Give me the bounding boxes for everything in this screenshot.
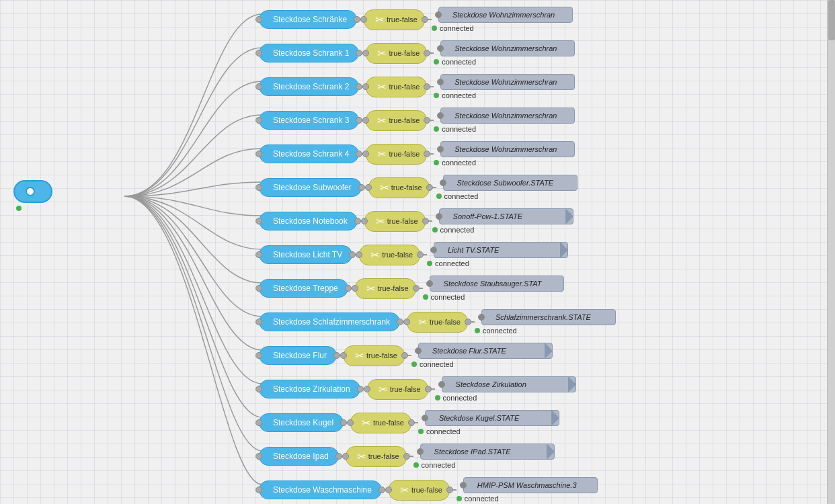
gray-node-1[interactable]: Steckdose Wohnzimmerschran [440, 40, 575, 56]
yellow-port-right-1 [424, 50, 430, 56]
gray-node-6[interactable]: Sonoff-Pow-1.STATE [439, 208, 573, 224]
converter-icon-14: ✂ [396, 484, 409, 497]
converter-icon-2: ✂ [373, 81, 386, 93]
yellow-node-0[interactable]: ✂true-false [364, 9, 425, 30]
yellow-port-left-5 [365, 184, 372, 191]
yellow-port-left-10 [340, 352, 347, 359]
yellow-node-13[interactable]: ✂true-false [346, 446, 407, 467]
blue-node-2[interactable]: Steckdose Schrank 2 [259, 77, 359, 96]
yellow-node-12[interactable]: ✂true-false [350, 413, 411, 433]
output-label-0: Steckdose Wohnzimmerschran [446, 11, 555, 19]
device-label-5: Steckdose Subwoofer [269, 183, 352, 192]
yellow-node-4[interactable]: ✂true-false [366, 144, 427, 165]
gray-node-11[interactable]: Steckdose Zirkulation [442, 376, 576, 392]
yellow-port-left-9 [403, 319, 410, 325]
connected-status-3: connected [434, 125, 575, 133]
yellow-node-7[interactable]: ✂true-false [359, 245, 420, 265]
yellow-port-right-11 [425, 386, 432, 392]
yellow-node-5[interactable]: ✂true-false [368, 177, 430, 198]
blue-node-11[interactable]: Steckdose Zirkulation [259, 380, 360, 398]
port-left-10 [255, 352, 262, 359]
converter-label-13: true-false [368, 452, 399, 460]
device-label-4: Steckdose Schrank 4 [269, 149, 349, 159]
blue-node-6[interactable]: Steckdose Notebook [259, 212, 358, 230]
yellow-node-2[interactable]: ✂true-false [366, 77, 427, 97]
connected-text-2: connected [442, 91, 476, 99]
converter-label-6: true-false [387, 217, 418, 225]
yellow-node-14[interactable]: ✂true-false [389, 480, 450, 501]
row-7: Steckdose Licht TV✂true-falseLicht TV.ST… [259, 242, 568, 267]
gray-node-8[interactable]: Steckdose Staubsauger.STAT [430, 276, 564, 292]
yellow-node-11[interactable]: ✂true-false [367, 379, 428, 400]
gray-node-5[interactable]: Steckdose Subwoofer.STATE [443, 175, 578, 191]
blue-node-4[interactable]: Steckdose Schrank 4 [259, 144, 359, 163]
connected-text-8: connected [431, 293, 465, 301]
port-left-13 [255, 453, 262, 460]
connected-status-11: connected [435, 394, 576, 402]
device-label-13: Steckdose Ipad [269, 452, 329, 461]
gray-port-left-12 [422, 415, 428, 421]
blue-node-9[interactable]: Steckdose Schlafzimmerschrank [259, 312, 400, 331]
output-label-3: Steckdose Wohnzimmerschran [448, 112, 557, 120]
connected-status-7: connected [427, 259, 568, 267]
yellow-node-6[interactable]: ✂true-false [364, 211, 426, 232]
blue-node-5[interactable]: Steckdose Subwoofer [259, 178, 362, 197]
blue-node-10[interactable]: Steckdose Flur [259, 346, 337, 365]
yellow-port-right-9 [465, 319, 471, 325]
yellow-node-9[interactable]: ✂true-false [407, 312, 468, 333]
connected-text-10: connected [420, 360, 454, 368]
gray-node-3[interactable]: Steckdose Wohnzimmerschran [440, 108, 575, 124]
port-left-6 [255, 218, 262, 224]
blue-node-14[interactable]: Steckdose Waschmaschine [259, 480, 382, 499]
gray-node-12[interactable]: Steckdose Kugel.STATE [425, 410, 559, 426]
yellow-port-left-13 [342, 453, 349, 460]
blue-node-7[interactable]: Steckdose Licht TV [259, 245, 352, 264]
yellow-node-1[interactable]: ✂true-false [366, 43, 427, 64]
scrollbar-thumb[interactable] [828, 0, 835, 40]
port-left-11 [255, 386, 262, 392]
gray-node-2[interactable]: Steckdose Wohnzimmerschran [440, 74, 575, 90]
yellow-port-right-3 [424, 117, 430, 124]
output-label-4: Steckdose Wohnzimmerschran [448, 145, 557, 153]
port-left-12 [255, 419, 262, 426]
converter-label-1: true-false [389, 49, 420, 57]
yellow-node-10[interactable]: ✂true-false [344, 345, 405, 366]
connected-dot-1 [434, 59, 439, 65]
converter-label-4: true-false [389, 150, 420, 158]
yellow-node-8[interactable]: ✂true-false [355, 278, 416, 299]
connected-text-14: connected [465, 495, 499, 503]
hub-circle-icon [26, 187, 35, 196]
converter-icon-0: ✂ [371, 13, 384, 26]
blue-node-1[interactable]: Steckdose Schrank 1 [259, 44, 359, 62]
yellow-port-right-13 [403, 453, 410, 460]
blue-node-0[interactable]: Steckdose Schränke [259, 10, 357, 29]
gray-node-13[interactable]: Steckdose IPad.STATE [420, 444, 555, 460]
gray-node-4[interactable]: Steckdose Wohnzimmerschran [440, 141, 575, 157]
gray-node-9[interactable]: Schlafzimmerschrank.STATE [481, 309, 616, 325]
gray-port-left-7 [430, 247, 437, 253]
port-right-2 [356, 83, 362, 90]
output-label-13: Steckdose IPad.STATE [428, 448, 511, 456]
gray-node-0[interactable]: Steckdose Wohnzimmerschran [438, 7, 573, 23]
converter-label-5: true-false [391, 183, 422, 192]
connected-text-4: connected [442, 159, 476, 167]
gray-node-7[interactable]: Licht TV.STATE [434, 242, 568, 258]
output-group-11: Steckdose Zirkulationconnected [435, 376, 576, 402]
converter-label-7: true-false [382, 251, 413, 259]
blue-node-13[interactable]: Steckdose Ipad [259, 447, 339, 466]
port-right-11 [357, 386, 364, 392]
device-label-3: Steckdose Schrank 3 [269, 116, 349, 125]
output-group-3: Steckdose Wohnzimmerschranconnected [434, 108, 575, 133]
blue-node-8[interactable]: Steckdose Treppe [259, 279, 348, 298]
gray-node-10[interactable]: Steckdose Flur.STATE [418, 343, 553, 359]
gray-node-14[interactable]: HMIP-PSM Waschmaschine.3 [463, 477, 598, 493]
blue-node-12[interactable]: Steckdose Kugel [259, 413, 344, 432]
yellow-node-3[interactable]: ✂true-false [366, 110, 427, 131]
hub-box[interactable] [13, 180, 52, 203]
connected-dot-3 [434, 126, 439, 132]
scrollbar[interactable] [827, 0, 835, 504]
converter-label-9: true-false [430, 318, 461, 326]
output-group-8: Steckdose Staubsauger.STATconnected [423, 276, 564, 301]
connected-dot-10 [411, 362, 417, 367]
blue-node-3[interactable]: Steckdose Schrank 3 [259, 111, 359, 130]
